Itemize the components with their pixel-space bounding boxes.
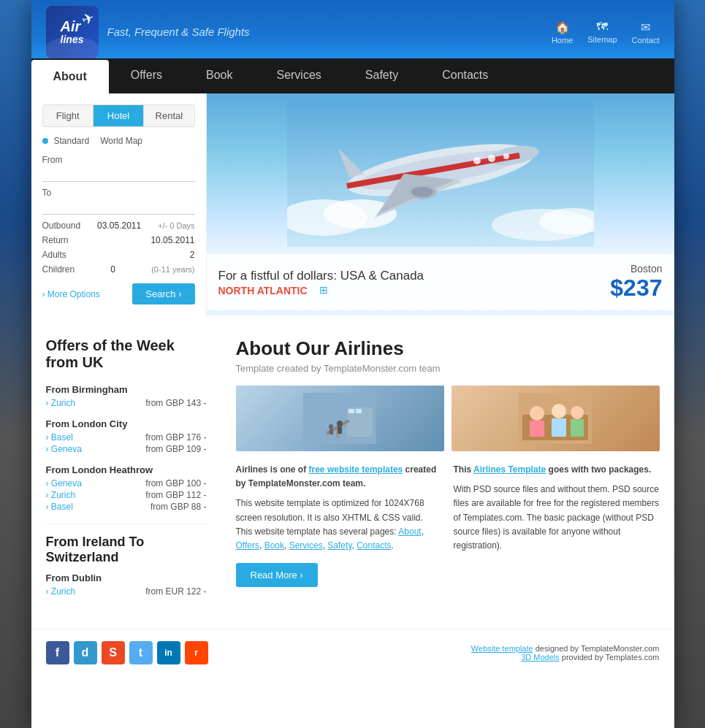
about-page-link[interactable]: About	[398, 526, 421, 537]
book-page-link[interactable]: Book	[264, 540, 284, 551]
basel-link-1[interactable]: Basel	[46, 432, 73, 442]
zurich-link-2[interactable]: Zurich	[46, 490, 76, 500]
safety-page-link[interactable]: Safety	[327, 540, 351, 551]
view-options: Standard World Map	[42, 136, 195, 146]
sitemap-icon: 🗺	[596, 20, 608, 34]
free-templates-link[interactable]: free website templates	[309, 464, 403, 475]
from-label: From	[42, 155, 195, 165]
hero-expand-icon[interactable]: ⊞	[319, 284, 328, 296]
hero-caption: For a fistful of dollars: USA & Canada N…	[207, 254, 674, 310]
about-col2-body: With PSD source files and without them. …	[454, 483, 660, 553]
zurich-price-2: from GBP 112 -	[145, 490, 206, 500]
svg-rect-20	[356, 409, 362, 413]
about-img-boarding	[236, 386, 444, 451]
logo-lines: lines	[61, 34, 84, 45]
logo-air: Air	[61, 18, 84, 34]
delicious-icon[interactable]: d	[74, 641, 97, 664]
adults-value: 2	[190, 250, 195, 260]
offers-title: Offers of the Week from UK	[46, 337, 207, 371]
basel-link-2[interactable]: Basel	[46, 502, 73, 512]
from-input[interactable]	[42, 166, 195, 182]
website-template-link[interactable]: Website template	[471, 644, 533, 653]
offer-birmingham: From Birmingham Zurich from GBP 143 -	[46, 384, 207, 408]
nav-services[interactable]: Services	[254, 58, 343, 93]
to-input[interactable]	[42, 199, 195, 215]
flight-tab[interactable]: Flight	[43, 105, 94, 126]
caption-left: For a fistful of dollars: USA & Canada N…	[218, 269, 424, 296]
zurich-link-3[interactable]: Zurich	[46, 586, 76, 597]
to-label: To	[42, 188, 195, 198]
zurich-price-3: from EUR 122 -	[145, 586, 206, 597]
hero-price: $237	[610, 275, 662, 302]
world-map-option[interactable]: World Map	[100, 136, 142, 146]
home-label: Home	[552, 36, 573, 45]
from-london-heathrow: From London Heathrow	[46, 464, 207, 475]
read-more-button[interactable]: Read More	[236, 563, 318, 587]
plane-image	[207, 93, 674, 254]
svg-rect-19	[348, 409, 354, 413]
linkedin-icon[interactable]: in	[157, 641, 180, 664]
offer-item: Geneva from GBP 100 -	[46, 478, 207, 488]
main-body: Offers of the Week from UK From Birmingh…	[31, 315, 674, 629]
logo-box[interactable]: Air lines ✈	[46, 6, 99, 58]
facebook-icon[interactable]: f	[46, 641, 69, 664]
sitemap-label: Sitemap	[587, 35, 617, 44]
contacts-page-link[interactable]: Contacts	[357, 540, 391, 551]
svg-point-13	[488, 155, 495, 162]
geneva-link-1[interactable]: Geneva	[46, 444, 82, 454]
header-contact-link[interactable]: ✉ Contact	[632, 20, 660, 45]
hotel-tab[interactable]: Hotel	[94, 105, 144, 126]
nav-book[interactable]: Book	[184, 58, 254, 93]
header-sitemap-link[interactable]: 🗺 Sitemap	[587, 20, 617, 44]
zurich-link-1[interactable]: Zurich	[46, 398, 76, 408]
children-hint: (0-11 years)	[151, 265, 194, 274]
offer-item: Basel from GBP 88 -	[46, 502, 207, 512]
svg-point-25	[329, 424, 333, 429]
svg-point-14	[503, 153, 509, 159]
about-col1-body: This website template is optimized for 1…	[236, 497, 442, 553]
to-field-row: To	[42, 188, 195, 215]
3d-models-link[interactable]: 3D Models	[521, 653, 560, 662]
header: Air lines ✈ Fast, Frequent & Safe Flight…	[31, 0, 674, 93]
footer: f d S t in r Website template designed b…	[31, 629, 674, 676]
svg-point-16	[411, 187, 433, 197]
standard-option[interactable]: Standard	[42, 136, 90, 146]
offer-dublin: From Dublin Zurich from EUR 122 -	[46, 572, 207, 597]
offer-item: Zurich from GBP 143 -	[46, 398, 207, 408]
svg-point-29	[530, 406, 544, 421]
content-area: Flight Hotel Rental Standard World Map	[31, 93, 674, 315]
geneva-link-2[interactable]: Geneva	[46, 478, 82, 488]
stumbleupon-icon[interactable]: S	[102, 641, 125, 664]
nav-about[interactable]: About	[31, 60, 109, 93]
header-home-link[interactable]: 🏠 Home	[552, 20, 573, 45]
contact-icon: ✉	[641, 20, 650, 34]
hero-title: For a fistful of dollars: USA & Canada	[218, 269, 424, 283]
offers-page-link[interactable]: Offers	[236, 540, 259, 551]
basel-price-2: from GBP 88 -	[150, 502, 206, 512]
return-label: Return	[42, 235, 69, 245]
nav-safety[interactable]: Safety	[343, 58, 420, 93]
svg-rect-34	[571, 419, 584, 437]
about-images	[236, 386, 660, 451]
svg-point-23	[337, 421, 343, 426]
services-page-link[interactable]: Services	[289, 540, 323, 551]
header-top: Air lines ✈ Fast, Frequent & Safe Flight…	[31, 0, 674, 58]
svg-rect-26	[329, 429, 333, 434]
airlines-template-link[interactable]: Airlines Template	[473, 464, 546, 475]
more-options-link[interactable]: More Options	[42, 289, 100, 299]
nav-contacts[interactable]: Contacts	[420, 58, 510, 93]
zurich-price-1: from GBP 143 -	[145, 398, 206, 408]
search-button[interactable]: Search	[132, 283, 194, 304]
geneva-price-1: from GBP 109 -	[145, 444, 206, 454]
offers-sidebar: Offers of the Week from UK From Birmingh…	[46, 337, 221, 607]
reddit-icon[interactable]: r	[185, 641, 208, 664]
nav-offers[interactable]: Offers	[109, 58, 184, 93]
footer-links: Website template designed by TemplateMon…	[471, 644, 660, 662]
twitter-icon[interactable]: t	[129, 641, 153, 664]
offer-london-city: From London City Basel from GBP 176 - Ge…	[46, 418, 207, 454]
radio-dot	[42, 138, 48, 144]
outer-background: Air lines ✈ Fast, Frequent & Safe Flight…	[0, 0, 705, 728]
rental-tab[interactable]: Rental	[144, 105, 194, 126]
about-col1-intro: Airlines is one of	[236, 464, 309, 475]
basel-price-1: from GBP 176 -	[145, 432, 206, 442]
